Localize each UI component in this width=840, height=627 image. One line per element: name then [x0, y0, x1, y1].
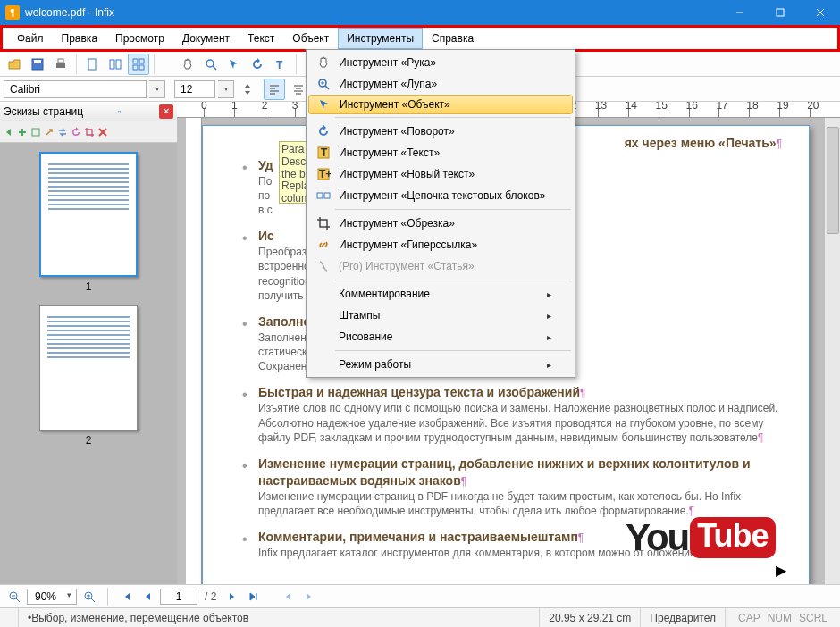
nav-next-icon[interactable]	[223, 588, 241, 606]
panel-replace-icon[interactable]	[57, 127, 68, 138]
panel-pin-icon[interactable]: ▫	[117, 105, 121, 118]
menu-item[interactable]: Инструмент «Гиперссылка»	[308, 234, 573, 255]
print-button[interactable]	[50, 54, 71, 75]
menu-item[interactable]: Инструмент «Обрезка»	[308, 213, 573, 234]
svg-rect-9	[110, 60, 114, 69]
panel-rotate-icon[interactable]	[71, 127, 81, 138]
svg-rect-12	[139, 59, 144, 63]
menu-файл[interactable]: Файл	[8, 28, 53, 49]
zoom-level-select[interactable]: 90%	[27, 589, 77, 605]
panel-toolbar	[0, 121, 177, 143]
zoom-tool-icon[interactable]	[200, 54, 222, 75]
panel-prev-icon[interactable]	[4, 127, 14, 138]
history-forward-icon[interactable]	[300, 588, 318, 606]
thumbnail-page-2[interactable]: 2	[38, 305, 139, 447]
font-family-dropdown-icon[interactable]: ▾	[149, 80, 165, 98]
history-back-icon[interactable]	[279, 588, 297, 606]
menu-item[interactable]: Инструмент «Поворот»	[308, 121, 573, 142]
panel-title: Эскизы страниц	[4, 105, 83, 118]
menubar-highlight: ФайлПравкаПросмотрДокументТекстОбъектИнс…	[0, 25, 840, 52]
menu-правка[interactable]: Правка	[53, 28, 107, 49]
app-icon: ¶	[5, 5, 20, 20]
menu-item[interactable]: Рисование▸	[308, 326, 573, 347]
menu-item[interactable]: TИнструмент «Текст»	[308, 142, 573, 163]
menu-просмотр[interactable]: Просмотр	[106, 28, 173, 49]
menu-item[interactable]: Инструмент «Лупа»	[308, 73, 573, 95]
thumbnail-label: 2	[86, 434, 92, 447]
page-view-icon[interactable]	[81, 54, 103, 75]
nav-last-icon[interactable]	[245, 588, 263, 606]
menu-item[interactable]: Инструмент «Объект»	[308, 95, 573, 114]
thumbnail-page-1[interactable]: 1	[38, 152, 139, 293]
status-message: • Выбор, изменение, перемещение объектов	[19, 608, 257, 627]
status-empty-seg	[468, 608, 540, 627]
youtube-tube-text: Tube	[690, 517, 775, 558]
panel-add-icon[interactable]	[17, 127, 28, 138]
menu-item-label: Инструмент «Новый текст»	[339, 168, 475, 180]
text-tool-icon[interactable]: T	[270, 54, 291, 75]
page-total-label: / 2	[205, 590, 216, 603]
panel-crop-icon[interactable]	[84, 127, 95, 138]
panel-close-icon[interactable]: ✕	[159, 104, 173, 119]
continuous-view-icon[interactable]	[128, 54, 149, 75]
menu-item[interactable]: Комментирование▸	[308, 283, 573, 305]
crop-icon	[314, 216, 333, 230]
menu-item-label: Инструмент «Рука»	[339, 56, 436, 69]
font-size-dropdown-icon[interactable]: ▾	[218, 80, 234, 98]
font-size-stepper[interactable]	[237, 79, 258, 100]
menu-item[interactable]: Инструмент «Рука»	[308, 52, 573, 73]
heading-fragment: ях через меню «Печать»	[625, 136, 777, 150]
nav-first-icon[interactable]	[117, 588, 135, 606]
hand-icon	[314, 55, 333, 70]
nav-prev-icon[interactable]	[139, 588, 156, 606]
zoom-out-icon[interactable]	[5, 588, 23, 606]
doc-bullet-item: Быстрая и надежная цензура текста и изоб…	[246, 384, 782, 444]
object-tool-icon[interactable]	[223, 54, 245, 75]
status-bar: • Выбор, изменение, перемещение объектов…	[0, 607, 840, 627]
close-button[interactable]	[800, 0, 840, 25]
menu-объект[interactable]: Объект	[283, 28, 338, 49]
menu-документ[interactable]: Документ	[173, 28, 239, 49]
menu-справка[interactable]: Справка	[423, 28, 483, 49]
svg-rect-8	[88, 59, 96, 70]
minimize-button[interactable]	[719, 0, 760, 25]
tools-dropdown-menu: Инструмент «Рука»Инструмент «Лупа»Инстру…	[306, 49, 575, 378]
zoom-in-icon[interactable]	[80, 588, 98, 606]
align-left-icon[interactable]	[264, 79, 285, 100]
navigation-bar: 90% 1 / 2	[0, 584, 840, 607]
svg-rect-10	[116, 60, 121, 69]
menu-item-label: (Pro) Инструмент «Статья»	[339, 260, 475, 272]
save-button[interactable]	[27, 54, 48, 75]
facing-view-icon[interactable]	[105, 54, 126, 75]
panel-insert-icon[interactable]	[30, 127, 41, 138]
youtube-you-text: You	[626, 516, 688, 559]
menu-текст[interactable]: Текст	[239, 28, 283, 49]
menu-item-label: Инструмент «Обрезка»	[339, 217, 455, 230]
menu-item-label: Инструмент «Цепочка текстовых блоков»	[339, 189, 545, 202]
vertical-scrollbar[interactable]	[824, 118, 840, 627]
menu-item[interactable]: Штампы▸	[308, 305, 573, 326]
open-button[interactable]	[4, 54, 25, 75]
page-number-input[interactable]: 1	[160, 589, 197, 605]
hand-tool-icon[interactable]	[177, 54, 198, 75]
menu-item[interactable]: T+Инструмент «Новый текст»	[308, 163, 573, 185]
menu-инструменты[interactable]: Инструменты	[338, 28, 423, 49]
titlebar: ¶ welcome.pdf - Infix	[0, 0, 840, 25]
menu-item[interactable]: Режим работы▸	[308, 354, 573, 375]
ruler-vertical	[186, 118, 202, 627]
status-mode-label: Предварител	[641, 608, 726, 627]
panel-delete-icon[interactable]	[97, 127, 108, 138]
font-family-select[interactable]: Calibri	[4, 80, 147, 98]
font-size-select[interactable]: 12	[174, 80, 215, 98]
scroll-lock-indicator: SCRL	[799, 612, 827, 624]
thumbnails-panel: Эскизы страниц ▫ ✕ 1 2	[0, 102, 177, 627]
panel-extract-icon[interactable]	[44, 127, 55, 138]
rotate-tool-icon[interactable]	[247, 54, 268, 75]
menu-item[interactable]: Инструмент «Цепочка текстовых блоков»	[308, 185, 573, 206]
menu-item-label: Инструмент «Поворот»	[339, 125, 455, 138]
font-family-value: Calibri	[10, 83, 40, 96]
status-mode-icon[interactable]	[0, 608, 19, 627]
maximize-button[interactable]	[760, 0, 800, 25]
menu-item-label: Инструмент «Гиперссылка»	[339, 238, 477, 251]
play-hd-icon: ▶	[776, 562, 786, 579]
